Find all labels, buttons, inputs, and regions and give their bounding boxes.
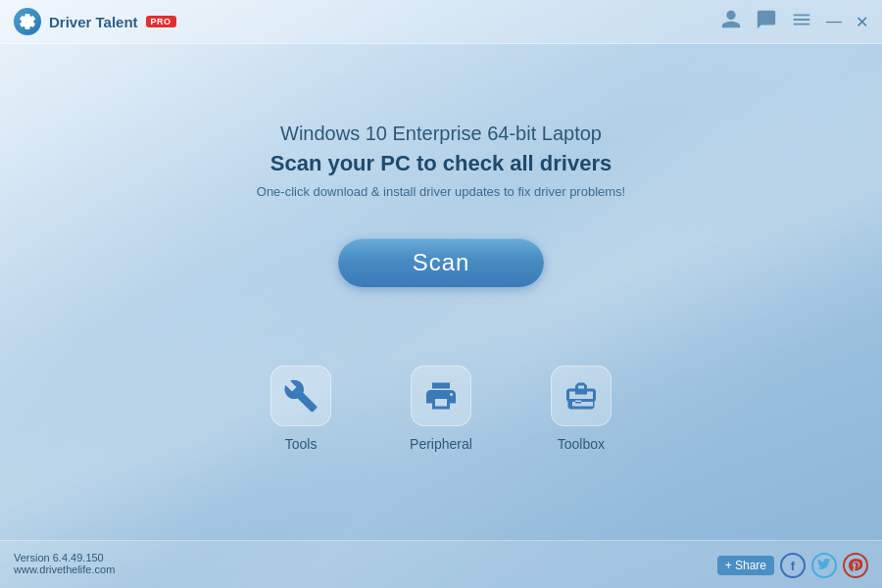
titlebar: Driver Talent PRO — ✕ <box>0 0 882 44</box>
box-icon <box>564 378 599 414</box>
twitter-icon[interactable] <box>811 553 837 578</box>
chat-icon[interactable] <box>756 9 777 35</box>
footer-info: Version 6.4.49.150 www.drivethelife.com <box>14 552 115 575</box>
app-branding: Driver Talent PRO <box>14 8 176 35</box>
account-icon[interactable] <box>720 9 742 35</box>
main-content: Windows 10 Enterprise 64-bit Laptop Scan… <box>0 44 882 287</box>
peripheral-icon <box>411 366 471 426</box>
system-title: Windows 10 Enterprise 64-bit Laptop <box>257 122 625 145</box>
version-text: Version 6.4.49.150 <box>14 552 115 564</box>
scan-button[interactable]: Scan <box>338 238 544 287</box>
facebook-icon[interactable]: f <box>780 553 806 578</box>
scan-subtitle: One-click download & install driver upda… <box>257 184 625 199</box>
gear-icon <box>19 13 36 30</box>
toolbox-icon <box>551 366 612 426</box>
list-icon[interactable] <box>791 9 812 35</box>
close-button[interactable]: ✕ <box>856 13 868 31</box>
wrench-icon <box>283 378 318 414</box>
share-button[interactable]: + Share <box>717 556 774 575</box>
app-title: Driver Talent <box>49 14 138 30</box>
pinterest-icon[interactable] <box>843 553 868 578</box>
social-bar: + Share f <box>717 553 868 578</box>
titlebar-controls: — ✕ <box>720 9 868 35</box>
app-icon <box>14 8 41 35</box>
tools-icon <box>270 366 331 426</box>
tools-icon-item[interactable]: Tools <box>270 366 331 452</box>
website-text: www.drivethelife.com <box>14 564 115 575</box>
peripheral-label: Peripheral <box>410 436 472 452</box>
toolbox-label: Toolbox <box>558 436 605 452</box>
bottom-icons-row: Tools Peripheral Toolbox <box>0 366 882 452</box>
minimize-button[interactable]: — <box>826 13 842 30</box>
footer: Version 6.4.49.150 www.drivethelife.com … <box>0 540 882 588</box>
toolbox-icon-item[interactable]: Toolbox <box>551 366 612 452</box>
system-info: Windows 10 Enterprise 64-bit Laptop Scan… <box>257 122 625 199</box>
pro-badge: PRO <box>146 16 176 27</box>
peripheral-icon-item[interactable]: Peripheral <box>410 366 472 452</box>
tools-label: Tools <box>285 436 318 452</box>
printer-icon <box>423 378 459 414</box>
scan-prompt: Scan your PC to check all drivers <box>257 151 625 176</box>
